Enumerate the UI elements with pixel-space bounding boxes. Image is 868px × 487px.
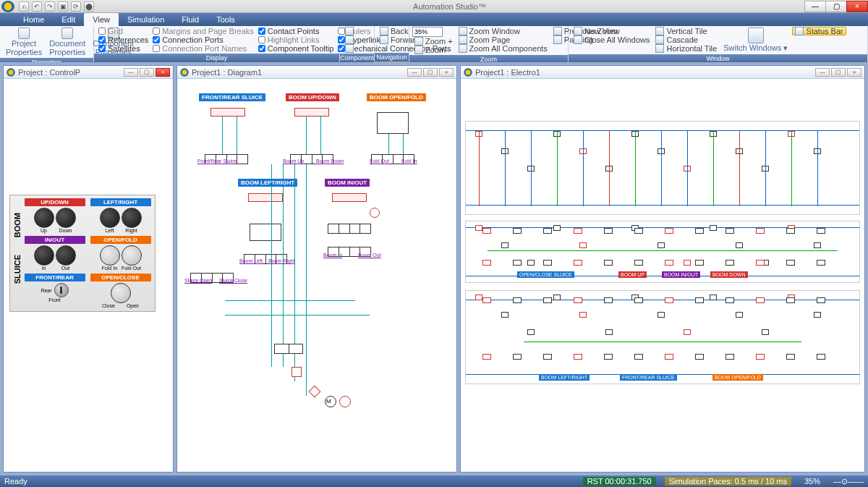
toggle-switch[interactable] bbox=[54, 283, 69, 297]
electrical-component[interactable] bbox=[634, 228, 643, 234]
diagram-canvas[interactable]: M FRONT/REAR SLUICEBOOM UP/DOWNBOOM OPEN… bbox=[177, 79, 456, 472]
electrical-component[interactable] bbox=[579, 312, 587, 318]
block-symbol[interactable] bbox=[250, 224, 281, 241]
electrical-component[interactable] bbox=[475, 225, 482, 231]
electrical-component[interactable] bbox=[665, 297, 673, 303]
electrical-component[interactable] bbox=[553, 225, 561, 231]
electrical-component[interactable] bbox=[786, 228, 795, 234]
qat-btn[interactable]: ⟳ bbox=[71, 1, 81, 12]
electrical-component[interactable] bbox=[756, 297, 765, 303]
electrical-component[interactable] bbox=[817, 260, 825, 266]
zoom-minus-button[interactable]: Zoom - bbox=[412, 46, 455, 54]
display-checkbox-component-tooltip[interactable]: Component Tooltip bbox=[257, 44, 336, 53]
tab-edit[interactable]: Edit bbox=[53, 13, 84, 26]
pane-close-button[interactable]: × bbox=[439, 68, 454, 77]
electrical-component[interactable] bbox=[553, 295, 561, 300]
display-checkbox-connection-ports[interactable]: Connection Ports bbox=[151, 35, 255, 44]
electrical-component[interactable] bbox=[604, 354, 613, 360]
electrical-component[interactable] bbox=[604, 228, 613, 234]
electrical-component[interactable] bbox=[762, 329, 769, 335]
cylinder-symbol[interactable] bbox=[294, 108, 329, 117]
knob[interactable] bbox=[111, 283, 131, 303]
maximize-button[interactable]: ▢ bbox=[825, 1, 847, 12]
qat-btn[interactable]: ⬤ bbox=[84, 1, 94, 12]
checkbox[interactable] bbox=[258, 36, 265, 43]
controlp-canvas[interactable]: BOOM SLUICE UP/DOWNUpDownLEFT/RIGHTLeftR… bbox=[4, 79, 173, 472]
electrical-component[interactable] bbox=[665, 260, 673, 266]
cylinder-symbol[interactable] bbox=[332, 193, 367, 202]
electrical-component[interactable] bbox=[482, 228, 491, 234]
pump-symbol[interactable] bbox=[339, 396, 351, 407]
pane-max-button[interactable]: ▢ bbox=[140, 68, 154, 77]
electrical-component[interactable] bbox=[665, 228, 673, 234]
electrical-component[interactable] bbox=[574, 354, 582, 360]
electrical-component[interactable] bbox=[658, 312, 665, 318]
electrical-component[interactable] bbox=[736, 242, 743, 248]
zoom-plus-button[interactable]: Zoom + bbox=[412, 37, 455, 46]
qat-btn[interactable]: ↷ bbox=[45, 1, 55, 12]
electrical-component[interactable] bbox=[695, 354, 704, 360]
pane-max-button[interactable]: ▢ bbox=[831, 68, 846, 77]
cylinder-symbol[interactable] bbox=[248, 193, 283, 202]
electrical-component[interactable] bbox=[814, 312, 821, 318]
electrical-component[interactable] bbox=[695, 297, 704, 303]
zoom-all-button[interactable]: Zoom All Components bbox=[456, 44, 550, 53]
electrical-component[interactable] bbox=[574, 260, 582, 266]
knob[interactable] bbox=[100, 245, 120, 266]
checkbox[interactable] bbox=[98, 36, 106, 43]
electrical-component[interactable] bbox=[786, 260, 795, 266]
status-bar-toggle[interactable]: Status Bar bbox=[792, 27, 846, 35]
display-checkbox-grid[interactable]: Grid bbox=[97, 27, 150, 35]
project-properties-button[interactable]: ProjectProperties bbox=[3, 27, 45, 57]
qat-btn[interactable]: ↶ bbox=[32, 1, 42, 12]
pane-min-button[interactable]: — bbox=[407, 68, 422, 77]
valve-symbol[interactable] bbox=[274, 344, 303, 354]
electrical-component[interactable] bbox=[756, 260, 765, 266]
electrical-component[interactable] bbox=[710, 295, 717, 300]
zoom-window-button[interactable]: Zoom Window bbox=[456, 27, 550, 35]
checkbox[interactable] bbox=[258, 45, 265, 52]
checkbox[interactable] bbox=[153, 45, 160, 52]
electrical-component[interactable] bbox=[786, 354, 795, 360]
display-checkbox-references[interactable]: References bbox=[97, 35, 150, 44]
knob[interactable] bbox=[56, 208, 76, 228]
horizontal-tile-button[interactable]: Horizontal Tile bbox=[653, 44, 719, 53]
electrical-component[interactable] bbox=[710, 225, 717, 231]
diagram-hyperlink[interactable]: Boom Right bbox=[268, 258, 295, 263]
diagram-hyperlink[interactable]: Fold Out bbox=[370, 158, 389, 164]
checkbox[interactable] bbox=[258, 27, 265, 35]
electrical-component[interactable] bbox=[475, 295, 482, 300]
tab-home[interactable]: Home bbox=[14, 13, 53, 26]
electrical-component[interactable] bbox=[658, 242, 665, 248]
diagram-hyperlink[interactable]: Boom In bbox=[323, 253, 342, 258]
electrical-component[interactable] bbox=[482, 260, 491, 266]
close-all-windows-button[interactable]: Close All Windows bbox=[571, 35, 652, 44]
knob[interactable] bbox=[100, 208, 120, 228]
display-checkbox-contact-points[interactable]: Contact Points bbox=[257, 27, 336, 35]
document-properties-button[interactable]: DocumentProperties bbox=[46, 27, 88, 57]
checkbox[interactable] bbox=[153, 36, 160, 43]
pane-close-button[interactable]: × bbox=[847, 68, 861, 77]
electrical-component[interactable] bbox=[695, 228, 704, 234]
electrical-component[interactable] bbox=[543, 297, 552, 303]
electrical-component[interactable] bbox=[574, 228, 582, 234]
filter-symbol[interactable] bbox=[309, 386, 321, 398]
electrical-component[interactable] bbox=[513, 260, 522, 266]
qat-btn[interactable]: ▣ bbox=[58, 1, 68, 12]
electrical-component[interactable] bbox=[527, 260, 535, 266]
qat-btn[interactable]: ⎌ bbox=[19, 1, 29, 12]
diagram-hyperlink[interactable]: Sluice Open bbox=[184, 278, 212, 283]
zoom-page-button[interactable]: Zoom Page bbox=[456, 35, 550, 44]
diagram-hyperlink[interactable]: Boom Out bbox=[358, 253, 381, 258]
component-btn[interactable] bbox=[343, 27, 356, 35]
tab-view[interactable]: View bbox=[84, 13, 119, 26]
electrical-component[interactable] bbox=[726, 297, 734, 303]
electrical-component[interactable] bbox=[574, 297, 582, 303]
electrical-component[interactable] bbox=[501, 312, 509, 318]
diagram-hyperlink[interactable]: Boom Down bbox=[316, 158, 344, 164]
pane-min-button[interactable]: — bbox=[815, 68, 830, 77]
knob[interactable] bbox=[122, 208, 142, 228]
cascade-button[interactable]: Cascade bbox=[653, 35, 719, 44]
electrical-component[interactable] bbox=[726, 354, 734, 360]
zoom-slider-icon[interactable]: —⊙—— bbox=[833, 477, 864, 486]
